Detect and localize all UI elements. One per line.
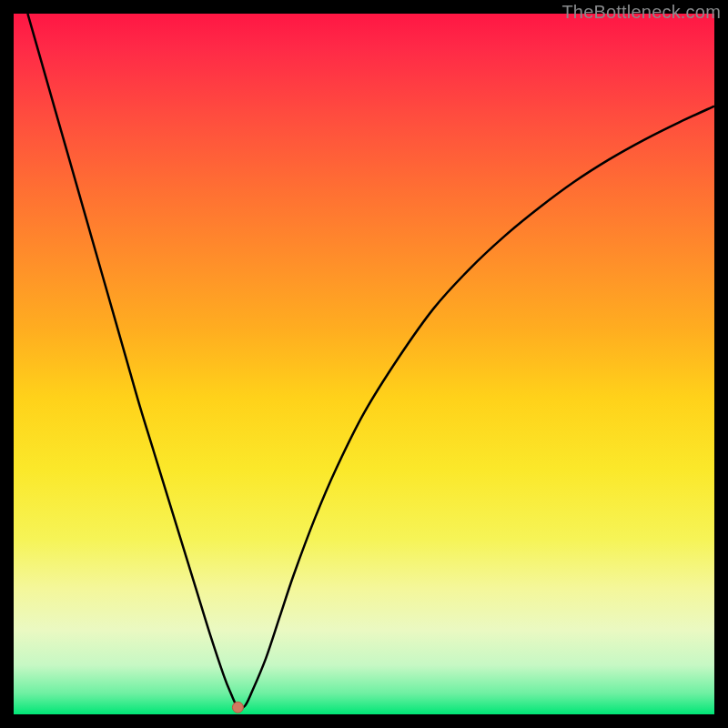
gradient-background	[14, 14, 714, 714]
chart-frame	[14, 14, 714, 714]
optimal-point-marker	[232, 702, 243, 713]
watermark-label: TheBottleneck.com	[561, 2, 721, 23]
chart-canvas	[14, 14, 714, 714]
